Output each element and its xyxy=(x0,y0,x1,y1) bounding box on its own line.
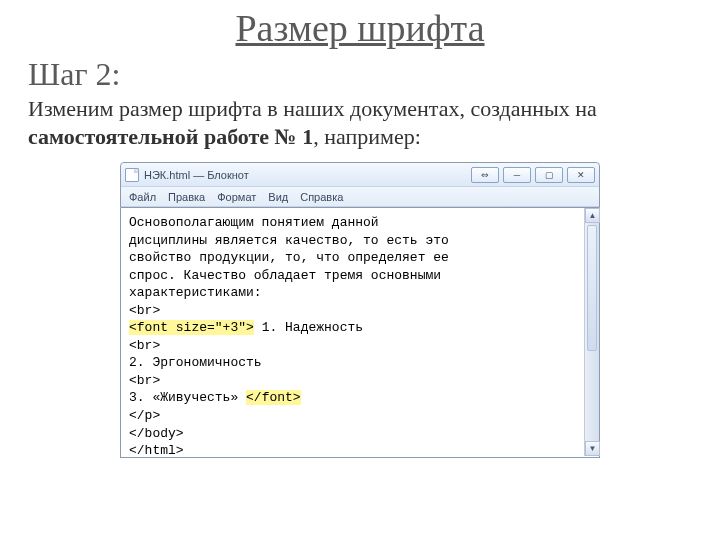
window-titlebar[interactable]: НЭК.html — Блокнот ⇔ ─ ▢ ✕ xyxy=(121,163,599,187)
code-line: Основополагающим понятием данной xyxy=(129,214,591,232)
code-line: 2. Эргономичность xyxy=(129,354,591,372)
highlight-font-close: </font> xyxy=(246,390,301,405)
code-line: дисциплины является качество, то есть эт… xyxy=(129,232,591,250)
slide-title: Размер шрифта xyxy=(0,0,720,52)
code-line: <br> xyxy=(129,302,591,320)
notepad-window: НЭК.html — Блокнот ⇔ ─ ▢ ✕ Файл Правка Ф… xyxy=(120,162,600,458)
window-title: НЭК.html — Блокнот xyxy=(144,169,471,181)
step-label: Шаг 2: xyxy=(0,52,720,95)
menu-help[interactable]: Справка xyxy=(300,191,343,203)
code-line: <font size="+3"> 1. Надежность xyxy=(129,319,591,337)
close-button[interactable]: ✕ xyxy=(567,167,595,183)
code-line: 3. «Живучесть» </font> xyxy=(129,389,591,407)
menu-bar: Файл Правка Формат Вид Справка xyxy=(121,187,599,207)
window-ext-button[interactable]: ⇔ xyxy=(471,167,499,183)
scroll-down-button[interactable]: ▼ xyxy=(585,441,600,456)
scroll-thumb[interactable] xyxy=(587,225,597,351)
minimize-button[interactable]: ─ xyxy=(503,167,531,183)
body-bold: самостоятельной работе № 1 xyxy=(28,124,313,149)
highlight-font-open: <font size="+3"> xyxy=(129,320,254,335)
code-editor[interactable]: Основополагающим понятием данной дисципл… xyxy=(120,208,600,458)
code-line: характеристиками: xyxy=(129,284,591,302)
code-line: <br> xyxy=(129,337,591,355)
vertical-scrollbar[interactable]: ▲ ▼ xyxy=(584,208,599,456)
code-line: спрос. Качество обладает тремя основными xyxy=(129,267,591,285)
menu-file[interactable]: Файл xyxy=(129,191,156,203)
code-line: </html> xyxy=(129,442,591,458)
code-line: свойство продукции, то, что определяет е… xyxy=(129,249,591,267)
body-pre: Изменим размер шрифта в наших документах… xyxy=(28,96,597,121)
code-text: 1. Надежность xyxy=(254,320,363,335)
code-text: 3. «Живучесть» xyxy=(129,390,246,405)
document-icon xyxy=(125,168,139,182)
menu-format[interactable]: Формат xyxy=(217,191,256,203)
code-line: </body> xyxy=(129,425,591,443)
scroll-up-button[interactable]: ▲ xyxy=(585,208,600,223)
maximize-button[interactable]: ▢ xyxy=(535,167,563,183)
code-line: </p> xyxy=(129,407,591,425)
body-text: Изменим размер шрифта в наших документах… xyxy=(0,95,720,156)
menu-edit[interactable]: Правка xyxy=(168,191,205,203)
body-post: , например: xyxy=(313,124,421,149)
code-line: <br> xyxy=(129,372,591,390)
menu-view[interactable]: Вид xyxy=(268,191,288,203)
